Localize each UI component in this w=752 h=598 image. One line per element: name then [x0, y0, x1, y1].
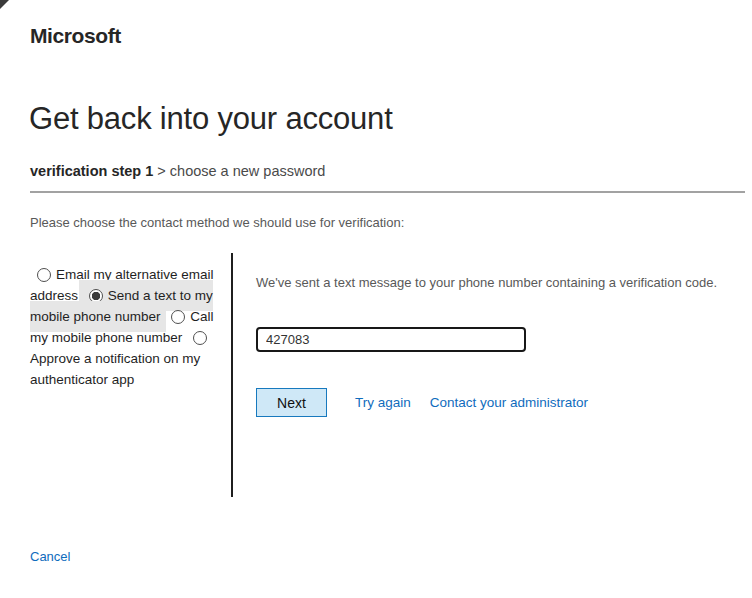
- cancel-link[interactable]: Cancel: [30, 549, 70, 564]
- radio-authenticator-app[interactable]: [193, 331, 207, 345]
- contact-method-options: Email my alternative email address Send …: [30, 264, 231, 390]
- option-label: Approve a notification on my authenticat…: [30, 351, 200, 387]
- microsoft-logo: Microsoft: [30, 24, 121, 48]
- breadcrumb: verification step 1 > choose a new passw…: [30, 163, 325, 179]
- radio-email-alternative[interactable]: [37, 268, 51, 282]
- column-divider: [231, 253, 233, 497]
- breadcrumb-next-step: choose a new password: [170, 163, 326, 179]
- verification-code-input[interactable]: [256, 327, 526, 352]
- try-again-link[interactable]: Try again: [355, 395, 411, 410]
- header-divider: [30, 191, 745, 193]
- verification-message: We've sent a text message to your phone …: [256, 275, 736, 290]
- next-button[interactable]: Next: [256, 388, 327, 417]
- action-row: Next Try again Contact your administrato…: [256, 388, 736, 417]
- instruction-text: Please choose the contact method we shou…: [30, 215, 404, 230]
- breadcrumb-current-step: verification step 1: [30, 163, 153, 179]
- radio-call-mobile[interactable]: [171, 310, 185, 324]
- corner-artifact: [0, 0, 9, 9]
- verification-panel: We've sent a text message to your phone …: [256, 253, 736, 417]
- contact-administrator-link[interactable]: Contact your administrator: [430, 395, 588, 410]
- page-title: Get back into your account: [29, 101, 393, 137]
- radio-text-mobile[interactable]: [89, 289, 103, 303]
- breadcrumb-separator: >: [157, 163, 165, 179]
